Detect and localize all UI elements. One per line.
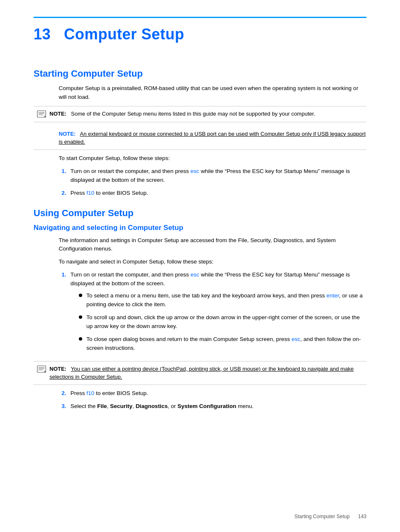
step2-text: Press f10 to enter BIOS Setup. xyxy=(70,189,366,198)
step2-f10-link[interactable]: f10 xyxy=(86,190,94,196)
nav-step3-num: 3. xyxy=(59,402,66,411)
diagnostics-bold: Diagnostics xyxy=(135,403,168,409)
navigating-subsection: Navigating and selecting in Computer Set… xyxy=(34,224,366,411)
step1-esc-link[interactable]: esc xyxy=(190,168,199,174)
starting-step-1: 1. Turn on or restart the computer, and … xyxy=(59,167,366,185)
starting-steps-list: 1. Turn on or restart the computer, and … xyxy=(59,167,366,198)
bullet1-enter-link[interactable]: enter xyxy=(327,292,339,299)
bullet3-esc-link[interactable]: esc xyxy=(291,336,300,342)
note1-body: Some of the Computer Setup menu items li… xyxy=(71,111,315,117)
chapter-header: 13 Computer Setup xyxy=(34,17,366,43)
bullet-dot-1 xyxy=(79,294,82,297)
nav-step2-text: Press f10 to enter BIOS Setup. xyxy=(70,389,366,398)
svg-point-9 xyxy=(45,371,46,372)
starting-note2-text: NOTE: An external keyboard or mouse conn… xyxy=(59,130,366,146)
bullet-dot-3 xyxy=(79,337,82,341)
bullet-item-1: To select a menu or a menu item, use the… xyxy=(70,292,366,309)
note2-body: An external keyboard or mouse connected … xyxy=(59,131,366,145)
nav-step1-num: 1. xyxy=(59,271,66,356)
bullet-dot-2 xyxy=(79,315,82,319)
nav-note-body: You can use either a pointing device (To… xyxy=(49,366,354,380)
bullet-text-3: To close open dialog boxes and return to… xyxy=(86,335,366,353)
page-container: 13 Computer Setup Starting Computer Setu… xyxy=(0,0,400,532)
starting-follow-steps: To start Computer Setup, follow these st… xyxy=(59,154,366,163)
chapter-number: 13 xyxy=(34,26,51,43)
nav-step2-num: 2. xyxy=(59,389,66,398)
note-svg-icon-1 xyxy=(37,110,46,118)
file-bold: File xyxy=(97,403,107,409)
nav-step-3: 3. Select the File, Security, Diagnostic… xyxy=(59,402,366,411)
nav-note-box: NOTE: You can use either a pointing devi… xyxy=(34,361,366,385)
starting-computer-setup-section: Starting Computer Setup Computer Setup i… xyxy=(34,68,366,198)
starting-section-title: Starting Computer Setup xyxy=(34,68,366,79)
navigating-subsection-title: Navigating and selecting in Computer Set… xyxy=(34,224,366,232)
starting-step-2: 2. Press f10 to enter BIOS Setup. xyxy=(59,189,366,198)
footer-left-text: Starting Computer Setup xyxy=(294,514,350,519)
footer-page-number: 143 xyxy=(358,514,366,519)
svg-point-4 xyxy=(45,116,46,117)
nav-note-text: NOTE: You can use either a pointing devi… xyxy=(49,365,366,381)
starting-note1-box: NOTE: Some of the Computer Setup menu it… xyxy=(34,106,366,122)
security-bold: Security xyxy=(110,403,132,409)
page-footer: Starting Computer Setup 143 xyxy=(294,514,366,519)
starting-note2-box: NOTE: An external keyboard or mouse conn… xyxy=(34,127,366,150)
bullet-item-3: To close open dialog boxes and return to… xyxy=(70,335,366,353)
nav-step1-bullets: To select a menu or a menu item, use the… xyxy=(70,292,366,353)
nav-steps-list: 1. Turn on or restart the computer, and … xyxy=(59,271,366,356)
note2-keyword: NOTE: xyxy=(59,131,75,137)
nav-intro2: To navigate and select in Computer Setup… xyxy=(59,258,366,266)
chapter-title-text: Computer Setup xyxy=(64,26,184,43)
nav-note-keyword: NOTE: xyxy=(49,366,66,372)
nav-step1-text: Turn on or restart the computer, and the… xyxy=(70,271,366,356)
nav-note-svg-icon xyxy=(37,365,46,373)
nav-intro1: The information and settings in Computer… xyxy=(59,236,366,254)
system-config-bold: System Configuration xyxy=(177,403,236,409)
starting-intro-text: Computer Setup is a preinstalled, ROM-ba… xyxy=(59,84,366,102)
nav-step-1: 1. Turn on or restart the computer, and … xyxy=(59,271,366,356)
nav-step1-esc-link[interactable]: esc xyxy=(190,271,199,278)
nav-step3-text: Select the File, Security, Diagnostics, … xyxy=(70,402,366,411)
step1-text: Turn on or restart the computer, and the… xyxy=(70,167,366,185)
using-section-title: Using Computer Setup xyxy=(34,208,366,219)
bullet-item-2: To scroll up and down, click the up arro… xyxy=(70,313,366,331)
nav-note-icon xyxy=(37,365,47,374)
starting-note1-text: NOTE: Some of the Computer Setup menu it… xyxy=(49,110,366,118)
nav-step-2: 2. Press f10 to enter BIOS Setup. xyxy=(59,389,366,398)
bullet-text-1: To select a menu or a menu item, use the… xyxy=(86,292,366,309)
note-icon-1 xyxy=(37,110,47,119)
nav-steps2-list: 2. Press f10 to enter BIOS Setup. 3. Sel… xyxy=(59,389,366,411)
step1-num: 1. xyxy=(59,167,66,185)
bullet-text-2: To scroll up and down, click the up arro… xyxy=(86,313,366,331)
chapter-title: 13 Computer Setup xyxy=(34,26,366,43)
step2-num: 2. xyxy=(59,189,66,198)
using-computer-setup-section: Using Computer Setup Navigating and sele… xyxy=(34,208,366,411)
nav-step2-f10-link[interactable]: f10 xyxy=(86,390,94,396)
note1-keyword: NOTE: xyxy=(49,111,66,117)
